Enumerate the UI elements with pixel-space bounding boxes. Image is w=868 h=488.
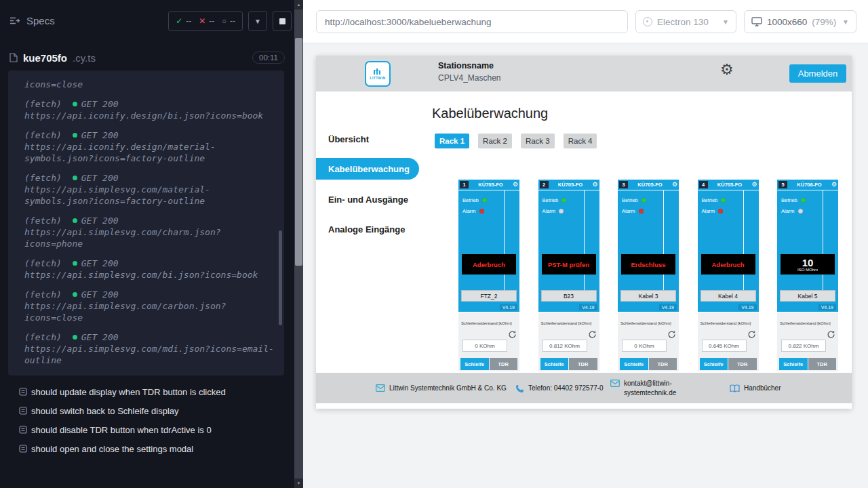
betrieb-label: Betrieb [542,197,559,203]
refresh-icon[interactable] [827,329,835,338]
scroll-down-arrow[interactable]: ▼ [294,479,303,488]
log-entry[interactable]: (fetch)GET 200 https://api.simplesvg.com… [24,331,275,366]
browser-select[interactable]: Electron 130 ▼ [635,10,736,33]
card-gear-icon[interactable]: ⚙ [672,182,677,188]
test-case-icon [19,388,27,396]
card-model-label: KÜ705-FO [629,182,671,188]
app-footer: Littwin Systemtechnik GmbH & Co. KG Tele… [316,373,852,403]
log-url: icons=close [24,79,275,90]
tdr-button[interactable]: TDR [649,358,677,370]
device-cards: 1 KÜ705-FO ⚙ Betrieb Alarm Aderbruch FTZ… [458,180,838,371]
log-entry[interactable]: (fetch)GET 200 https://api.simplesvg.com… [24,172,275,207]
file-icon [9,53,18,62]
specs-list-icon [9,16,20,25]
fetch-label: (fetch) [24,331,62,343]
browser-area: Electron 130 ▼ 1000x660 (79%) ▼ LITTWIN … [303,0,868,488]
card-number-badge: 5 [778,181,787,188]
schleife-button[interactable]: Schleife [700,358,728,370]
footer-email[interactable]: kontakt@littwin-systemtechnik.de [610,379,707,397]
schleife-button[interactable]: Schleife [620,358,648,370]
test-title: should open and close the settings modal [31,444,193,454]
card-gear-icon[interactable]: ⚙ [592,182,597,188]
footer-handbooks[interactable]: Handbücher [730,384,781,393]
log-entry[interactable]: (fetch)GET 200 https://api.simplesvg.com… [24,258,275,281]
schleife-button[interactable]: Schleife [779,358,808,370]
http-status: GET 200 [81,215,119,226]
log-entry[interactable]: (fetch)GET 200 https://api.simplesvg.com… [24,215,275,249]
firmware-version: V4.19 [659,304,677,310]
viewport-control[interactable]: 1000x660 (79%) ▼ [744,10,856,33]
tdr-button[interactable]: TDR [490,358,518,370]
status-dot-icon [73,261,77,266]
stop-button[interactable] [273,11,292,31]
betrieb-led [561,198,566,203]
alarm-led [479,209,484,214]
schleife-button[interactable]: Schleife [540,358,569,370]
card-number-badge: 1 [460,181,469,188]
device-card-1: 1 KÜ705-FO ⚙ Betrieb Alarm Aderbruch FTZ… [458,180,519,371]
station-name: CPLV4_Maschen [438,73,501,83]
test-case[interactable]: should open and close the settings modal [0,439,294,458]
log-entry[interactable]: icons=close [24,79,275,90]
spec-file-row[interactable]: kue705fo.cy.ts 00:11 [9,49,285,66]
sidebar-item-uebersicht[interactable]: Übersicht [316,130,419,148]
tdr-button[interactable]: TDR [808,358,837,370]
log-url: https://api.simplesvg.com/bi.json?icons=… [24,269,275,281]
status-dot-icon [73,335,77,340]
refresh-icon[interactable] [747,329,756,338]
card-gear-icon[interactable]: ⚙ [513,182,518,188]
test-case[interactable]: should update display when TDR button is… [0,382,294,401]
tab-rack-2[interactable]: Rack 2 [478,134,512,148]
sidebar-item-kabelueberwachung[interactable]: Kabelüberwachung [316,158,419,180]
status-display: Erdschluss [621,254,675,274]
tab-rack-1[interactable]: Rack 1 [435,134,469,148]
http-status: GET 200 [81,258,119,269]
http-status: GET 200 [81,331,119,343]
settings-gear-icon[interactable]: ⚙ [720,62,734,77]
refresh-icon[interactable] [667,329,676,338]
footer-phone[interactable]: Telefon: 04402 972577-0 [515,384,606,393]
test-stats[interactable]: ✓-- ✕-- ○-- [168,11,243,31]
log-entry[interactable]: (fetch)GET 200 https://api.iconify.desig… [24,98,275,121]
viewport-zoom: (79%) [812,17,836,27]
browser-name: Electron 130 [657,17,709,27]
betrieb-label: Betrieb [781,197,797,203]
littwin-logo: LITTWIN [365,61,391,87]
card-gear-icon[interactable]: ⚙ [831,182,837,188]
log-scrollbar-thumb[interactable] [279,230,282,325]
http-status: GET 200 [81,98,119,110]
measurement-label: Schleifenwiderstand [kOhm] [541,321,598,325]
sidebar-item-ein-und-ausgaenge[interactable]: Ein- und Ausgänge [316,190,419,208]
footer-company[interactable]: Littwin Systemtechnik GmbH & Co. KG [376,384,511,393]
spec-filename: kue705fo [23,52,67,64]
alarm-label: Alarm [781,208,795,214]
sidebar-item-analoge-eingaenge[interactable]: Analoge Eingänge [316,220,419,238]
scroll-up-arrow[interactable]: ▲ [294,0,303,9]
logout-button[interactable]: Abmelden [789,64,846,83]
card-number-badge: 2 [540,181,549,188]
schematic-line [663,190,664,290]
collapse-button[interactable]: ▼ [248,11,267,31]
tdr-button[interactable]: TDR [728,358,757,370]
refresh-icon[interactable] [588,329,597,338]
log-entry[interactable]: (fetch)GET 200 https://api.iconify.desig… [24,129,275,164]
refresh-icon[interactable] [508,329,517,338]
tdr-button[interactable]: TDR [569,358,597,370]
chevron-down-icon: ▼ [842,18,849,26]
tab-rack-4[interactable]: Rack 4 [564,134,597,148]
schleife-button[interactable]: Schleife [460,358,489,370]
command-log: icons=close (fetch)GET 200 https://api.i… [8,70,284,375]
status-dot-icon [73,133,77,138]
tab-rack-3[interactable]: Rack 3 [521,134,555,148]
status-display: PST-M prüfen [542,254,596,274]
url-input[interactable] [316,10,628,33]
alarm-label: Alarm [462,208,476,214]
specs-menu[interactable]: Specs [9,15,55,26]
book-icon [730,384,740,392]
scrollbar-thumb[interactable] [295,38,302,266]
log-entry[interactable]: (fetch)GET 200 https://api.simplesvg.com… [24,289,275,323]
test-case[interactable]: should disable TDR button when tdrActive… [0,420,294,439]
reporter-scrollbar[interactable]: ▲ ▼ [294,0,303,488]
test-case[interactable]: should switch back to Schleife display [0,401,294,420]
card-gear-icon[interactable]: ⚙ [751,182,757,188]
